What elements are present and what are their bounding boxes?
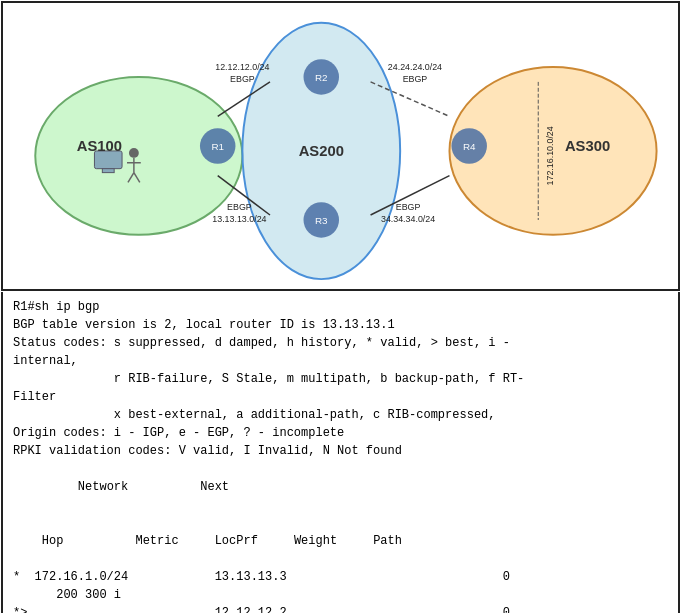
svg-text:EBGP: EBGP — [227, 202, 252, 212]
svg-text:AS100: AS100 — [77, 138, 122, 154]
svg-point-12 — [304, 202, 340, 238]
svg-text:R3: R3 — [315, 215, 328, 226]
table-row-1b: 200 300 i — [13, 586, 668, 604]
col-path-label: Path — [373, 534, 402, 548]
network-diagram: R1 R2 R3 R4 12.12.12.0/24 EBGP 24.24.24.… — [1, 1, 680, 291]
line7: Origin codes: i - IGP, e - EGP, ? - inco… — [13, 424, 668, 442]
line6: x best-external, a additional-path, c RI… — [13, 406, 668, 424]
col-locprf-label: LocPrf — [215, 534, 258, 548]
line5: Filter — [13, 388, 668, 406]
svg-line-22 — [134, 173, 140, 183]
prompt-line: R1#sh ip bgp — [13, 298, 668, 316]
col-next: Next — [200, 480, 229, 494]
line4: r RIB-failure, S Stale, m multipath, b b… — [13, 370, 668, 388]
svg-point-18 — [129, 148, 139, 158]
svg-text:EBGP: EBGP — [403, 74, 428, 84]
svg-text:R1: R1 — [211, 141, 224, 152]
line3: internal, — [13, 352, 668, 370]
svg-point-8 — [200, 128, 236, 164]
svg-text:AS300: AS300 — [565, 138, 610, 154]
line8: RPKI validation codes: V valid, I Invali… — [13, 442, 668, 460]
svg-text:EBGP: EBGP — [230, 74, 255, 84]
svg-text:24.24.24.0/24: 24.24.24.0/24 — [388, 62, 442, 72]
table-subheader-row: Hop Metric LocPrf Weight Path — [13, 514, 668, 568]
line2: Status codes: s suppressed, d damped, h … — [13, 334, 668, 352]
table-row-2: *> 12.12.12.2 0 — [13, 604, 668, 613]
svg-line-3 — [218, 82, 270, 117]
svg-point-2 — [449, 67, 656, 235]
svg-rect-17 — [102, 169, 114, 173]
svg-point-14 — [451, 128, 487, 164]
line1: BGP table version is 2, local router ID … — [13, 316, 668, 334]
svg-line-21 — [128, 173, 134, 183]
svg-point-10 — [304, 59, 340, 95]
svg-text:R4: R4 — [463, 141, 476, 152]
col-hop-label: Hop — [42, 534, 64, 548]
svg-point-1 — [242, 23, 400, 279]
svg-text:12.12.12.0/24: 12.12.12.0/24 — [215, 62, 269, 72]
col-network: Network — [78, 480, 128, 494]
svg-line-4 — [218, 176, 270, 215]
svg-line-5 — [371, 82, 450, 117]
svg-text:R2: R2 — [315, 72, 328, 83]
svg-text:172.16.10.0/24: 172.16.10.0/24 — [545, 126, 555, 185]
svg-point-0 — [35, 77, 242, 235]
col-metric-label: Metric — [135, 534, 178, 548]
svg-rect-16 — [94, 151, 122, 169]
svg-text:34.34.34.0/24: 34.34.34.0/24 — [381, 214, 435, 224]
table-row-1: * 172.16.1.0/24 13.13.13.3 0 — [13, 568, 668, 586]
col-weight-label: Weight — [294, 534, 337, 548]
col-hop — [42, 480, 78, 494]
svg-text:AS200: AS200 — [299, 143, 344, 159]
svg-text:EBGP: EBGP — [396, 202, 421, 212]
svg-line-6 — [371, 176, 450, 215]
table-header-row: Network Next — [13, 460, 668, 514]
terminal-output: R1#sh ip bgp BGP table version is 2, loc… — [1, 292, 680, 613]
svg-text:13.13.13.0/24: 13.13.13.0/24 — [212, 214, 266, 224]
